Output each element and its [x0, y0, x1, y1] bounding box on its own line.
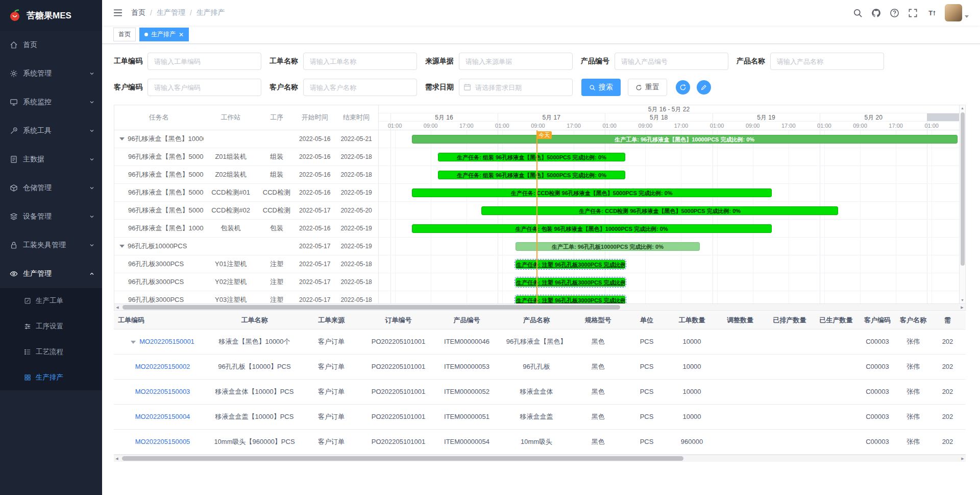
- question-icon[interactable]: [890, 8, 899, 18]
- table-row-0[interactable]: MO202205150001移液盒【黑色】10000个客户订单PO2022051…: [114, 329, 966, 354]
- date-input[interactable]: [459, 79, 573, 96]
- text-input[interactable]: [459, 53, 573, 70]
- close-icon[interactable]: ✕: [179, 32, 184, 38]
- filter-label: 工单名称: [270, 57, 298, 66]
- sidebar-item-8[interactable]: 生产管理: [0, 260, 102, 288]
- work-order-link[interactable]: MO202205150003: [135, 388, 190, 395]
- work-order-link[interactable]: MO202205150005: [135, 438, 190, 445]
- refresh-circle-button[interactable]: [676, 80, 690, 95]
- fullscreen-icon[interactable]: [908, 8, 918, 18]
- breadcrumb-item-2[interactable]: 生产排产: [197, 8, 225, 17]
- gantt-task-row-4[interactable]: 96孔移液盒【黑色】5000PCSCCD检测#02CCD检测2022-05-17…: [114, 202, 378, 220]
- scroll-up-icon[interactable]: ▲: [960, 105, 965, 111]
- work-order-link[interactable]: MO202205150002: [135, 363, 190, 370]
- work-order-link[interactable]: MO202205150001: [139, 338, 194, 345]
- day-label: 5月 19: [757, 113, 775, 122]
- table-row-4[interactable]: MO20220515000510mm吸头【960000】PCS客户订单PO202…: [114, 429, 966, 454]
- hour-label: 17:00: [889, 122, 903, 130]
- sidebar-subitem-1[interactable]: 工序设置: [0, 314, 102, 339]
- sidebar-subitem-3[interactable]: 生产排产: [0, 365, 102, 390]
- task-bar[interactable]: 生产任务: 包装 96孔移液盒【黑色】10000PCS 完成比例: 0%: [412, 224, 772, 233]
- scroll-right-icon[interactable]: ▶: [960, 455, 966, 462]
- table-cell: 10mm吸头【960000】PCS: [211, 429, 298, 454]
- text-input[interactable]: [770, 53, 884, 70]
- avatar[interactable]: [945, 4, 962, 21]
- sidebar-item-1[interactable]: 系统管理: [0, 59, 102, 88]
- sidebar-item-3[interactable]: 系统工具: [0, 116, 102, 145]
- text-input[interactable]: [303, 79, 417, 96]
- search-icon[interactable]: [853, 8, 863, 18]
- table-row-1[interactable]: MO20220515000296孔孔板【10000】PCS客户订单PO20220…: [114, 354, 966, 379]
- sidebar-subitem-2[interactable]: 工艺流程: [0, 339, 102, 365]
- process: 组装: [258, 152, 295, 161]
- gantt-task-row-1[interactable]: 96孔移液盒【黑色】5000PCSZ01组装机组装2022-05-162022-…: [114, 148, 378, 166]
- svg-text:T: T: [928, 9, 933, 17]
- table-column-header: 工单名称: [211, 312, 298, 329]
- table-cell: [715, 329, 765, 354]
- gantt-task-row-0[interactable]: 96孔移液盒【黑色】10000PCS2022-05-162022-05-21: [114, 130, 378, 148]
- chevron-up-icon: [89, 271, 95, 277]
- task-bar[interactable]: 生产任务: 组装 96孔移液盒【黑色】5000PCS 完成比例: 0%: [438, 153, 625, 161]
- font-size-icon[interactable]: T: [926, 8, 936, 18]
- text-input[interactable]: [148, 79, 261, 96]
- reset-button[interactable]: 重置: [628, 79, 667, 96]
- filter-label: 来源单据: [425, 57, 454, 66]
- gantt-task-row-6[interactable]: 96孔孔板10000PCS2022-05-172022-05-19: [114, 238, 378, 255]
- scroll-right-icon[interactable]: ▶: [959, 304, 965, 311]
- tab-0[interactable]: 首页: [113, 28, 136, 41]
- gantt-task-row-7[interactable]: 96孔孔板3000PCSY01注塑机注塑2022-05-172022-05-18: [114, 255, 378, 273]
- gantt-timeline: 5月 16 - 5月 22 5月 165月 175月 185月 195月 20 …: [379, 105, 959, 303]
- scroll-left-icon[interactable]: ◀: [114, 455, 120, 462]
- github-icon[interactable]: [871, 8, 881, 18]
- sidebar-item-0[interactable]: 首页: [0, 31, 102, 59]
- sidebar-toggle-icon[interactable]: [113, 8, 122, 17]
- gantt-task-row-2[interactable]: 96孔移液盒【黑色】5000PCSZ02组装机组装2022-05-162022-…: [114, 166, 378, 184]
- gantt-task-row-5[interactable]: 96孔移液盒【黑色】10000PCS包装机包装2022-05-162022-05…: [114, 220, 378, 238]
- tab-1[interactable]: 生产排产✕: [139, 28, 189, 41]
- task-bar[interactable]: 生产任务: 注塑 96孔孔板3000PCS 完成比例: 0%: [516, 278, 625, 287]
- scroll-left-icon[interactable]: ◀: [114, 304, 120, 311]
- gantt-task-row-8[interactable]: 96孔孔板3000PCSY02注塑机注塑2022-05-172022-05-18: [114, 273, 378, 291]
- text-input[interactable]: [615, 53, 728, 70]
- sidebar-item-7[interactable]: 工装夹具管理: [0, 231, 102, 260]
- sidebar-subitem-label: 生产工单: [36, 296, 63, 305]
- table-horizontal-scrollbar: ◀ ▶: [114, 455, 966, 462]
- start-date: 2022-05-17: [295, 207, 334, 214]
- scroll-down-icon[interactable]: ▼: [960, 297, 965, 303]
- task-bar[interactable]: 生产任务: 组装 96孔移液盒【黑色】5000PCS 完成比例: 0%: [438, 171, 625, 179]
- sidebar-item-6[interactable]: 设备管理: [0, 202, 102, 231]
- task-bar[interactable]: 生产任务: 注塑 96孔孔板3000PCS 完成比例: 0%: [516, 260, 625, 269]
- user-menu[interactable]: [945, 4, 969, 21]
- collapse-triangle-icon[interactable]: [119, 137, 125, 140]
- table-row-3[interactable]: MO202205150004移液盒盒盖【10000】PCS客户订单PO20220…: [114, 404, 966, 429]
- breadcrumb-item-0[interactable]: 首页: [131, 8, 145, 17]
- sidebar-item-5[interactable]: 仓储管理: [0, 174, 102, 202]
- breadcrumb-item-1[interactable]: 生产管理: [157, 8, 185, 17]
- app-logo[interactable]: 苦糖果MES: [0, 0, 102, 31]
- gantt-task-row-3[interactable]: 96孔移液盒【黑色】5000PCSCCD检测#01CCD检测2022-05-16…: [114, 184, 378, 202]
- task-bar[interactable]: 生产任务: 注塑 96孔孔板3000PCS 完成比例: 0%: [516, 296, 625, 303]
- gantt-vscroll-thumb[interactable]: [961, 112, 965, 266]
- task-bar[interactable]: 生产任务: CCD检测 96孔移液盒【黑色】5000PCS 完成比例: 0%: [412, 188, 772, 197]
- sidebar-item-4[interactable]: 主数据: [0, 145, 102, 174]
- home-icon: [10, 41, 18, 49]
- work-order-link[interactable]: MO202205150004: [135, 413, 190, 420]
- work-order-bar[interactable]: 生产工单: 96孔孔板10000PCS 完成比例: 0%: [516, 242, 699, 251]
- text-input[interactable]: [148, 53, 261, 70]
- gantt-chart-body: 生产工单: 96孔移液盒【黑色】10000PCS 完成比例: 0%生产任务: 组…: [379, 130, 959, 303]
- search-button[interactable]: 搜索: [581, 79, 621, 96]
- sidebar-subitem-0[interactable]: 生产工单: [0, 288, 102, 314]
- table-cell: [814, 329, 858, 354]
- expand-chevron-icon[interactable]: [131, 341, 136, 344]
- collapse-triangle-icon[interactable]: [119, 245, 125, 248]
- gantt-hscroll-thumb[interactable]: [122, 305, 620, 310]
- start-date: 2022-05-16: [295, 189, 334, 196]
- table-hscroll-thumb[interactable]: [122, 456, 683, 461]
- text-input[interactable]: [303, 53, 417, 70]
- sidebar-item-2[interactable]: 系统监控: [0, 88, 102, 116]
- task-bar[interactable]: 生产任务: CCD检测 96孔移液盒【黑色】5000PCS 完成比例: 0%: [481, 206, 838, 215]
- table-row-2[interactable]: MO202205150003移液盒盒体【10000】PCS客户订单PO20220…: [114, 379, 966, 404]
- work-order-bar[interactable]: 生产工单: 96孔移液盒【黑色】10000PCS 完成比例: 0%: [412, 135, 958, 144]
- edit-circle-button[interactable]: [697, 80, 711, 95]
- gantt-task-row-9[interactable]: 96孔孔板3000PCSY03注塑机注塑2022-05-172022-05-18: [114, 291, 378, 303]
